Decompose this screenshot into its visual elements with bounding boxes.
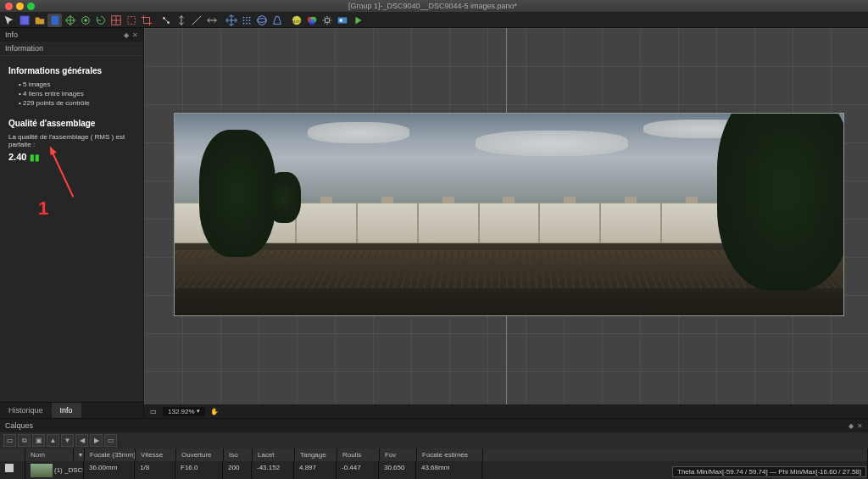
col-focale[interactable]: Focale (35mm) bbox=[85, 448, 136, 461]
tool-perspective-icon[interactable] bbox=[270, 14, 284, 27]
tool-play-icon[interactable] bbox=[350, 14, 364, 27]
panel-controls[interactable]: ◆ ✕ bbox=[849, 422, 863, 430]
tool-open-icon[interactable] bbox=[32, 14, 47, 27]
svg-point-14 bbox=[248, 19, 250, 21]
info-panel: Info ◆ ✕ Information Informations généra… bbox=[0, 28, 144, 418]
zoom-display[interactable]: 132.92% ▾ bbox=[163, 407, 205, 416]
layer-down-icon[interactable]: ▼ bbox=[61, 434, 74, 447]
cell-lacet: -43.152 bbox=[252, 461, 294, 479]
info-section-header: Information bbox=[0, 42, 143, 56]
tool-move-icon[interactable] bbox=[2, 14, 16, 27]
cell-vis[interactable] bbox=[0, 461, 25, 479]
layer-add-icon[interactable]: ▭ bbox=[3, 434, 16, 447]
tool-points-icon[interactable] bbox=[159, 14, 173, 27]
pin-icon[interactable]: ◆ bbox=[124, 31, 129, 39]
tool-save-icon[interactable] bbox=[17, 14, 31, 27]
sep-icon bbox=[285, 14, 288, 27]
layer-up-icon[interactable]: ▲ bbox=[47, 434, 59, 447]
close-panel-icon[interactable]: ✕ bbox=[132, 31, 138, 39]
list-item: 4 liens entre images bbox=[19, 90, 135, 97]
layer-group-icon[interactable]: ▣ bbox=[32, 434, 45, 447]
cell-focale: 36.00mm bbox=[84, 461, 135, 479]
tool-arrow-v-icon[interactable] bbox=[174, 14, 188, 27]
tool-crop-icon[interactable] bbox=[139, 14, 153, 27]
layer-dup-icon[interactable]: ⧉ bbox=[18, 434, 31, 447]
cell-roulis: -0.447 bbox=[337, 461, 379, 479]
svg-point-25 bbox=[325, 18, 329, 22]
tool-color-icon[interactable] bbox=[304, 14, 319, 27]
cell-vitesse: 1/8 bbox=[135, 461, 175, 479]
cell-name[interactable]: (1) _DSC9040... bbox=[25, 461, 84, 479]
tool-gear-icon[interactable] bbox=[320, 14, 334, 27]
tool-document-icon[interactable] bbox=[47, 14, 62, 27]
svg-point-9 bbox=[242, 16, 244, 18]
hand-icon[interactable]: ✋ bbox=[209, 405, 220, 417]
col-fov[interactable]: Fov bbox=[380, 448, 417, 461]
col-tangage[interactable]: Tangage bbox=[295, 448, 337, 461]
layers-header[interactable]: Calques ◆ ✕ bbox=[0, 419, 868, 432]
col-roulis[interactable]: Roulis bbox=[337, 448, 380, 461]
quality-text: La qualité de l'assemblage ( RMS ) est p… bbox=[8, 133, 135, 148]
chevron-down-icon[interactable]: ▾ bbox=[197, 408, 200, 415]
info-panel-header[interactable]: Info ◆ ✕ bbox=[0, 28, 143, 42]
svg-point-27 bbox=[339, 19, 342, 22]
window-titlebar: [Group 1]-_DSC9040__DSC9044-5 images.pan… bbox=[0, 0, 868, 13]
tree-decoration bbox=[717, 113, 844, 291]
tool-grid-icon[interactable] bbox=[108, 14, 123, 27]
layer-left-icon[interactable]: ◀ bbox=[75, 434, 88, 447]
tool-target-icon[interactable] bbox=[78, 14, 92, 27]
close-icon[interactable] bbox=[5, 3, 13, 10]
layer-right-icon[interactable]: ▶ bbox=[90, 434, 103, 447]
info-panel-body: Informations générales 5 images 4 liens … bbox=[0, 56, 143, 402]
tab-history[interactable]: Historique bbox=[0, 403, 52, 418]
checkbox-icon[interactable] bbox=[5, 464, 14, 472]
svg-point-13 bbox=[246, 19, 248, 21]
panel-controls[interactable]: ◆ ✕ bbox=[124, 31, 138, 39]
cell-ouverture: F16.0 bbox=[175, 461, 223, 479]
cell-focale-est: 43.68mm bbox=[416, 461, 482, 479]
svg-point-16 bbox=[246, 22, 248, 24]
svg-rect-0 bbox=[19, 15, 29, 25]
pin-icon[interactable]: ◆ bbox=[849, 422, 854, 430]
panorama-canvas[interactable] bbox=[174, 113, 844, 316]
tool-dots-icon[interactable] bbox=[239, 14, 253, 27]
fit-icon[interactable]: ▭ bbox=[147, 405, 159, 417]
tool-render-icon[interactable] bbox=[335, 14, 349, 27]
svg-rect-6 bbox=[127, 16, 135, 24]
layers-toolbar: ▭ ⧉ ▣ ▲ ▼ ◀ ▶ ▭ bbox=[0, 432, 868, 448]
heading-quality: Qualité d'assemblage bbox=[8, 119, 135, 128]
zoom-icon[interactable] bbox=[27, 3, 35, 10]
close-panel-icon[interactable]: ✕ bbox=[857, 422, 863, 430]
col-focale-est[interactable]: Focale estimée bbox=[417, 448, 483, 461]
tool-crosshair-icon[interactable] bbox=[63, 14, 77, 27]
layer-del-icon[interactable]: ▭ bbox=[104, 434, 117, 447]
col-menu-icon[interactable]: ▾ bbox=[74, 448, 85, 461]
tool-sphere-icon[interactable] bbox=[254, 14, 269, 27]
main-toolbar: AUTO bbox=[0, 13, 868, 28]
sep-icon bbox=[220, 14, 223, 27]
col-vitesse[interactable]: Vitesse bbox=[136, 448, 176, 461]
tab-info[interactable]: Info bbox=[52, 403, 81, 418]
tool-select-icon[interactable] bbox=[124, 14, 138, 27]
svg-point-4 bbox=[84, 19, 87, 22]
tool-line-icon[interactable] bbox=[189, 14, 203, 27]
col-vis[interactable] bbox=[0, 448, 25, 461]
info-section-title: Information bbox=[5, 44, 43, 53]
svg-rect-1 bbox=[51, 15, 58, 25]
svg-point-19 bbox=[257, 18, 266, 21]
col-nom[interactable]: Nom bbox=[25, 448, 74, 461]
cell-iso: 200 bbox=[223, 461, 252, 479]
tool-move4-icon[interactable] bbox=[224, 14, 238, 27]
viewport[interactable]: ▭ 132.92% ▾ ✋ bbox=[144, 28, 868, 418]
tool-rotate-icon[interactable] bbox=[93, 14, 108, 27]
tool-arrow-h-icon[interactable] bbox=[204, 14, 219, 27]
svg-point-18 bbox=[257, 15, 266, 25]
col-iso[interactable]: Iso bbox=[224, 448, 253, 461]
minimize-icon[interactable] bbox=[16, 3, 24, 10]
tool-auto-icon[interactable]: AUTO bbox=[289, 14, 303, 27]
viewer-statusbar: ▭ 132.92% ▾ ✋ bbox=[144, 404, 868, 418]
col-lacet[interactable]: Lacet bbox=[253, 448, 295, 461]
traffic-lights[interactable] bbox=[0, 3, 40, 10]
col-ouverture[interactable]: Ouverture bbox=[176, 448, 224, 461]
thumbnail-icon bbox=[31, 464, 53, 477]
